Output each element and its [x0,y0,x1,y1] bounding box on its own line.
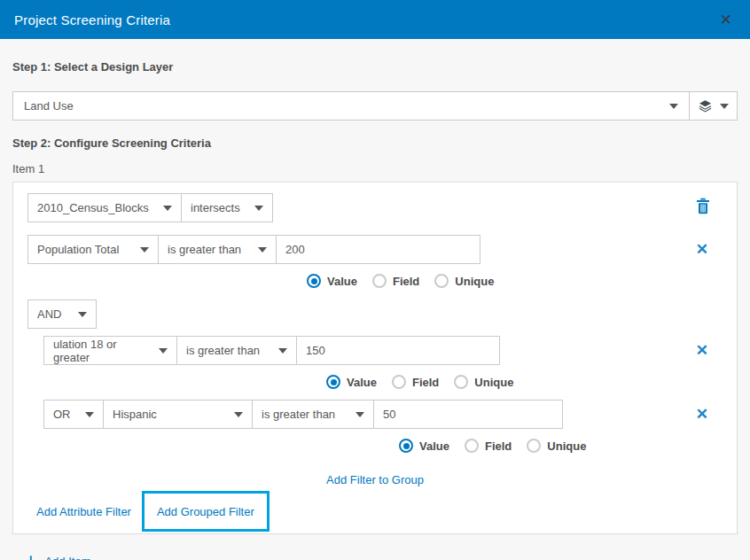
radio-value-label: Value [327,275,357,288]
filter2-value-input[interactable] [306,344,490,357]
filter3-box: OR Hispanic is greater than [43,400,563,429]
connector-value: AND [37,307,61,321]
radio-unselected-icon [372,274,387,288]
delete-item-button[interactable] [696,198,710,218]
filter3-radio-field[interactable]: Field [465,439,512,453]
connector-dropdown[interactable]: AND [27,299,97,329]
filter3-connector-dropdown[interactable]: OR [44,401,104,428]
chevron-down-icon [720,104,729,109]
dialog-titlebar: Project Screening Criteria ✕ [0,0,750,39]
layers-icon [699,99,712,113]
chevron-down-icon [278,348,287,354]
filter3-value-input[interactable] [383,408,553,421]
radio-selected-icon [326,375,340,389]
filter3-connector-value: OR [53,408,71,421]
radio-unselected-icon [392,375,406,389]
filter2-value-cell [297,337,499,364]
layer-dropdown-value: 2010_Census_Blocks [37,201,149,214]
filter3-mode-radios: Value Field Unique [399,439,723,453]
filter1-radio-unique[interactable]: Unique [434,274,494,288]
filter1-field-dropdown[interactable]: Population Total [28,236,159,263]
filter2-radio-field[interactable]: Field [392,375,439,389]
remove-filter1-icon[interactable]: ✕ [696,242,708,257]
chevron-down-icon [669,104,678,109]
filter3-operator-dropdown[interactable]: is greater than [253,401,374,428]
step2-label: Step 2: Configure Screening Criteria [12,136,738,150]
radio-unique-label: Unique [455,275,494,288]
filter2-mode-radios: Value Field Unique [326,375,723,389]
step1-label: Step 1: Select a Design Layer [12,60,738,74]
radio-unselected-icon [527,439,541,453]
dialog-title: Project Screening Criteria [14,12,170,27]
filter1-radio-field[interactable]: Field [372,274,419,288]
radio-unselected-icon [465,439,479,453]
spatial-filter-row: 2010_Census_Blocks intersects [27,193,723,222]
radio-field-label: Field [393,275,419,288]
spatial-operator-value: intersects [191,201,240,214]
radio-value-label: Value [419,439,449,453]
chevron-down-icon [140,247,149,253]
attribute-filter-row-1: Population Total is greater than ✕ [27,235,723,264]
filter1-operator-value: is greater than [168,243,241,256]
radio-field-label: Field [485,439,512,453]
radio-unselected-icon [434,274,449,288]
dialog-body: Step 1: Select a Design Layer Land Use S… [0,60,750,560]
filter1-value-input[interactable] [285,243,471,256]
radio-selected-icon [399,439,413,453]
chevron-down-icon [254,206,263,211]
filter2-radio-unique[interactable]: Unique [454,375,513,389]
radio-unique-label: Unique [474,376,513,389]
chevron-down-icon [78,312,87,317]
filter2-operator-value: is greater than [186,344,260,357]
add-grouped-filter-link[interactable]: Add Grouped Filter [157,505,254,518]
filter1-radio-value[interactable]: Value [307,274,357,288]
filter1-mode-radios: Value Field Unique [307,274,723,288]
add-attribute-filter-link[interactable]: Add Attribute Filter [36,505,131,518]
filter2-box: ulation 18 or greater is greater than [43,336,500,365]
plus-icon: + [25,551,36,560]
grouped-filter-row-1: ulation 18 or greater is greater than ✕ [43,336,723,365]
radio-field-label: Field [412,376,439,389]
chevron-down-icon [163,206,172,211]
chevron-down-icon [85,412,94,417]
trash-icon [696,202,710,217]
remove-filter2-icon[interactable]: ✕ [696,343,708,358]
filter1-box: Population Total is greater than [27,235,480,264]
radio-selected-icon [307,274,321,288]
radio-unselected-icon [454,375,468,389]
filter1-field-value: Population Total [37,243,119,256]
layer-dropdown[interactable]: 2010_Census_Blocks [27,193,182,222]
design-layer-select[interactable]: Land Use [13,92,689,120]
radio-value-label: Value [347,376,377,389]
add-item-label: Add Item [44,555,90,560]
radio-unique-label: Unique [547,439,586,453]
filter2-field-dropdown[interactable]: ulation 18 or greater [44,337,177,364]
filter3-field-value: Hispanic [113,408,157,421]
design-layer-select-row: Land Use [12,91,738,121]
add-item-button[interactable]: + Add Item [25,551,738,560]
tutorial-highlight-box: Add Grouped Filter [142,491,270,532]
close-icon[interactable]: ✕ [716,11,736,29]
filter2-radio-value[interactable]: Value [326,375,377,389]
filter3-radio-unique[interactable]: Unique [527,439,586,453]
chevron-down-icon [159,348,168,354]
chevron-down-icon [234,412,243,417]
filter3-operator-value: is greater than [262,408,335,421]
layer-list-button[interactable] [689,92,737,120]
filter3-field-dropdown[interactable]: Hispanic [104,401,253,428]
design-layer-value: Land Use [24,99,74,113]
grouped-filter-row-2: OR Hispanic is greater than ✕ [43,400,723,429]
filter3-radio-value[interactable]: Value [399,439,449,453]
add-filter-to-group-link[interactable]: Add Filter to Group [326,473,424,486]
spatial-operator-dropdown[interactable]: intersects [181,193,273,222]
remove-filter3-icon[interactable]: ✕ [696,407,708,422]
filter3-value-cell [374,401,562,428]
chevron-down-icon [258,247,267,253]
filter1-operator-dropdown[interactable]: is greater than [159,236,277,263]
filter2-operator-dropdown[interactable]: is greater than [177,337,297,364]
item-label: Item 1 [12,162,738,175]
item-panel: 2010_Census_Blocks intersects [12,182,738,534]
filter2-field-value: ulation 18 or greater [53,338,146,364]
project-screening-dialog: Project Screening Criteria ✕ Step 1: Sel… [0,0,750,560]
chevron-down-icon [355,412,364,417]
